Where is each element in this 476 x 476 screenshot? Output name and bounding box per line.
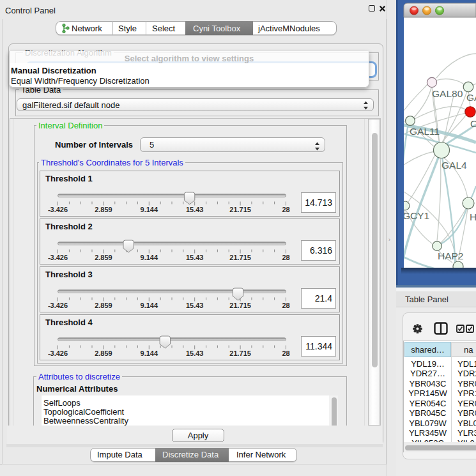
svg-text:C: C [470, 118, 476, 129]
svg-text:HAP2: HAP2 [438, 250, 464, 261]
svg-text:GAL80: GAL80 [432, 88, 463, 99]
svg-text:GAL11: GAL11 [410, 126, 440, 137]
svg-text:GAL4: GAL4 [441, 160, 467, 171]
svg-text:H: H [470, 211, 476, 222]
svg-text:GA: GA [466, 92, 476, 103]
svg-text:GCY1: GCY1 [403, 210, 429, 221]
